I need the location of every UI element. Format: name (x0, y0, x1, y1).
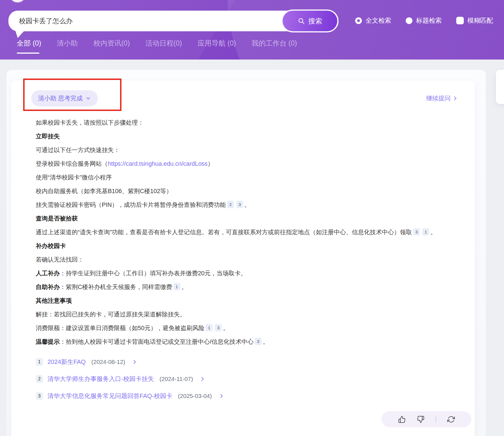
tab-5[interactable]: 我的工作台 (0) (252, 39, 297, 54)
continue-asking-label: 继续提问 (426, 94, 451, 103)
answer-text: 。 (430, 229, 436, 236)
assistant-status-pill[interactable]: 清小助 思考完成 (31, 90, 98, 106)
answer-bold-text: 人工补办 (36, 270, 60, 277)
citation-badge[interactable]: 2 (227, 201, 234, 208)
reference-list: 12024新生FAQ(2024-08-12)2清华大学师生办事服务入口-校园卡挂… (36, 353, 458, 404)
answer-bold-text: 补办校园卡 (36, 243, 66, 249)
answer-paragraph: 校内自助服务机（如李兆基B106、紫荆C楼102等） (36, 184, 458, 198)
chevron-right-icon (452, 96, 458, 101)
answer-text: 。 (223, 325, 229, 331)
answer-bold-text: 查询是否被拾获 (36, 215, 78, 222)
side-widget-card[interactable] (496, 70, 504, 104)
answer-bold-text: 立即挂失 (36, 133, 60, 140)
answer-link[interactable]: https://card.tsinghua.edu.cn/cardLoss (108, 160, 207, 167)
assistant-answer-card: 清小助 思考完成 继续提问 如果校园卡丢失，请按照以下步骤处理：立即挂失可通过以… (11, 80, 475, 436)
reference-row: 2清华大学师生办事服务入口-校园卡挂失(2024-11-07) (36, 370, 458, 387)
answer-text: 若确认无法找回： (36, 256, 84, 263)
answer-text: ：持学生证到注册中心（工作日）填写补办表并缴费20元，当场取卡。 (60, 270, 247, 277)
tab-2[interactable]: 校内资讯(0) (94, 39, 130, 54)
answer-paragraph: 消费限额：建议设置单日消费限额（如50元），避免被盗刷风险13。 (36, 321, 458, 335)
option-fuzzy-label: 模糊匹配 (467, 16, 493, 25)
citation-badge[interactable]: 1 (206, 324, 212, 331)
answer-text: 消费限额：建议设置单日消费限额（如50元），避免被盗刷风险 (36, 325, 204, 331)
reference-number-badge: 2 (36, 375, 43, 383)
tab-0[interactable]: 全部 (0) (17, 39, 41, 54)
answer-bold-text: 其他注意事项 (36, 297, 72, 304)
answer-paragraph: 立即挂失 (36, 130, 458, 143)
reference-date: (2024-11-07) (159, 376, 193, 382)
answer-text: 挂失需验证校园卡密码（PIN），成功后卡片将暂停身份查验和消费功能 (36, 202, 226, 208)
feedback-row (36, 411, 471, 427)
option-fuzzy-match[interactable]: 模糊匹配 (456, 16, 493, 25)
citation-badge[interactable]: 1 (422, 228, 429, 236)
answer-body: 如果校园卡丢失，请按照以下步骤处理：立即挂失可通过以下任一方式快速挂失：登录校园… (36, 116, 458, 349)
chevron-down-icon (85, 96, 91, 101)
answer-paragraph: 自助补办：紫荆C楼补办机全天候服务，同样需缴费1。 (36, 280, 458, 294)
tab-4[interactable]: 应用导航 (0) (198, 39, 236, 54)
reference-row: 12024新生FAQ(2024-08-12) (36, 353, 458, 370)
reference-link[interactable]: 清华大学师生办事服务入口-校园卡挂失 (47, 375, 154, 383)
reference-row: 3清华大学信息化服务常见问题回答FAQ-校园卡(2025-03-04) (36, 387, 458, 404)
tab-3[interactable]: 活动日程(0) (145, 39, 182, 54)
option-title-search[interactable]: 标题检索 (406, 16, 442, 25)
radio-unselected-icon (406, 17, 412, 24)
continue-asking-link[interactable]: 继续提问 (426, 94, 458, 103)
answer-paragraph: 若确认无法找回： (36, 253, 458, 267)
answer-paragraph: 使用“清华校园卡”微信小程序 (36, 171, 458, 184)
answer-paragraph: 登录校园卡综合服务网站（https://card.tsinghua.edu.cn… (36, 157, 458, 171)
thumbs-up-icon[interactable] (398, 416, 406, 423)
citation-badge[interactable]: 1 (173, 283, 180, 290)
chevron-right-icon[interactable] (200, 376, 205, 382)
assistant-status-label: 清小助 思考完成 (38, 94, 83, 103)
answer-paragraph: 查询是否被拾获 (36, 212, 458, 226)
reference-link[interactable]: 2024新生FAQ (47, 358, 86, 366)
option-fulltext-search[interactable]: 全文检索 (355, 16, 391, 25)
search-icon (298, 17, 305, 25)
feedback-divider (436, 416, 436, 423)
answer-paragraph: 可通过以下任一方式快速挂失： (36, 143, 458, 157)
answer-paragraph: 温馨提示：拾到他人校园卡可通过卡背面电话登记或交至注册中心/信息化技术中心3。 (36, 335, 458, 349)
citation-badge[interactable]: 3 (413, 228, 420, 236)
reference-date: (2024-08-12) (91, 359, 125, 365)
answer-card-header: 清小助 思考完成 继续提问 (31, 90, 458, 106)
radio-selected-icon (355, 17, 362, 24)
option-title-label: 标题检索 (416, 16, 442, 25)
search-button-label: 搜索 (308, 16, 322, 26)
answer-paragraph: 如果校园卡丢失，请按照以下步骤处理： (36, 116, 458, 130)
answer-paragraph: 其他注意事项 (36, 294, 458, 308)
answer-text: 校内自助服务机（如李兆基B106、紫荆C楼102等） (36, 188, 172, 195)
chevron-right-icon[interactable] (132, 359, 137, 365)
answer-paragraph: 解挂：若找回已挂失的卡，可通过原挂失渠道解除挂失。 (36, 308, 458, 321)
answer-text: 使用“清华校园卡”微信小程序 (36, 174, 112, 181)
answer-paragraph: 通过上述渠道的“遗失卡查询”功能，查看是否有拾卡人登记信息。若有，可直接联系对方… (36, 226, 458, 239)
search-input[interactable] (8, 17, 322, 25)
reference-link[interactable]: 清华大学信息化服务常见问题回答FAQ-校园卡 (47, 392, 172, 400)
answer-text: ：紫荆C楼补办机全天候服务，同样需缴费 (60, 284, 172, 290)
answer-text: 登录校园卡综合服务网站（ (36, 160, 108, 167)
answer-text: ：拾到他人校园卡可通过卡背面电话登记或交至注册中心/信息化技术中心 (60, 338, 254, 345)
reference-date: (2025-03-04) (178, 393, 212, 399)
answer-text: 如果校园卡丢失，请按照以下步骤处理： (36, 119, 144, 126)
citation-badge[interactable]: 3 (236, 201, 243, 208)
results-page: 清小助 思考完成 继续提问 如果校园卡丢失，请按照以下步骤处理：立即挂失可通过以… (0, 60, 504, 436)
answer-text: 通过上述渠道的“遗失卡查询”功能，查看是否有拾卡人登记信息。若有，可直接联系对方… (36, 229, 412, 236)
option-fulltext-label: 全文检索 (366, 16, 391, 25)
answer-bold-text: 温馨提示 (36, 338, 60, 345)
answer-paragraph: 人工补办：持学生证到注册中心（工作日）填写补办表并缴费20元，当场取卡。 (36, 267, 458, 280)
answer-bold-text: 自助补办 (36, 284, 60, 290)
thumbs-down-icon[interactable] (417, 416, 424, 423)
answer-text: 。 (181, 284, 188, 290)
answer-paragraph: 挂失需验证校园卡密码（PIN），成功后卡片将暂停身份查验和消费功能23。 (36, 198, 458, 212)
app-header: 搜索 全文检索 标题检索 模糊匹配 全部 (0)清小助校内资讯(0)活动日程(0… (0, 0, 504, 60)
regenerate-icon[interactable] (447, 416, 455, 423)
search-button[interactable]: 搜索 (281, 10, 338, 32)
result-tabs: 全部 (0)清小助校内资讯(0)活动日程(0)应用导航 (0)我的工作台 (0) (17, 39, 297, 54)
citation-badge[interactable]: 3 (255, 338, 262, 345)
citation-badge[interactable]: 3 (215, 324, 222, 331)
answer-text: 。 (244, 202, 250, 208)
chevron-right-icon[interactable] (219, 393, 224, 399)
tab-1[interactable]: 清小助 (57, 39, 78, 54)
feedback-pill (381, 411, 471, 427)
answer-text: 可通过以下任一方式快速挂失： (36, 147, 120, 153)
answer-paragraph: 补办校园卡 (36, 239, 458, 253)
